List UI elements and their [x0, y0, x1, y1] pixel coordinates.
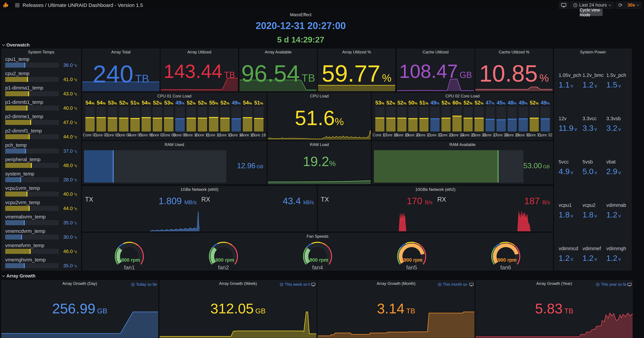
panel-stat-cache-utilized: Cache Utilized108.47GB [397, 49, 474, 91]
temp-bar-fill [5, 120, 31, 125]
panel-title[interactable]: Cache Utilized % [476, 49, 552, 56]
power-stat-label: 12v [559, 116, 582, 121]
temp-value: 37.0 °c [63, 148, 77, 154]
grafana-dashboard: Releases / Ultimate UNRAID Dashboard - V… [0, 0, 644, 338]
temp-bar [5, 148, 59, 153]
power-stat-value: 1.2v [606, 253, 630, 263]
core-gauge: 52%Core 10 [186, 100, 197, 137]
core-bar [164, 107, 174, 131]
panel-system-temps: System Temps cpu1_temp36.0 °ccpu2_temp41… [1, 49, 81, 271]
core-load-value: 45% [497, 100, 506, 107]
panel-title[interactable]: Array Available [240, 49, 317, 56]
core-load-value: 55% [209, 100, 218, 107]
temp-value: 44.0 °c [63, 134, 77, 140]
core-bar-fill [420, 118, 429, 131]
power-stat: 5vcc4.9v [559, 159, 582, 203]
refresh-button[interactable]: ⟳ [616, 2, 625, 9]
panel-title[interactable]: CPU 01 Core Load [82, 93, 266, 99]
tx-label: TX [321, 196, 329, 203]
core-bar [474, 107, 484, 131]
panel-title[interactable]: 1GBe Network (eth0) [82, 186, 316, 193]
core-bar [175, 107, 185, 131]
power-stat-label: 1.5v_pch [606, 73, 630, 78]
core-bar-fill [142, 117, 151, 131]
core-bar-fill [96, 117, 106, 131]
fan-label: fan1 [124, 264, 135, 271]
temp-bar-fill [5, 163, 32, 168]
row-title: Overwatch [6, 43, 30, 48]
power-stat-label: vdimmcd [559, 246, 582, 251]
panel-title[interactable]: RAM Available [372, 141, 553, 148]
temp-row: vcpu1vrm_temp40.0 °c [5, 185, 77, 200]
panel-title[interactable]: Array Total [82, 49, 160, 56]
server-datetime: 2020-12-31 20:27:00 [216, 20, 385, 31]
power-stat-label: vdimmef [582, 246, 606, 251]
temp-row: peripheral_temp48.0 °c [5, 156, 77, 171]
panel-title[interactable]: 10GBe Network (eth2) [318, 186, 553, 193]
core-bar [254, 107, 264, 131]
core-bar-fill [442, 118, 451, 131]
clock-icon [131, 283, 135, 286]
core-bar-fill [198, 118, 207, 131]
panel-title[interactable]: System Temps [2, 49, 81, 56]
cycle-view-button[interactable] [559, 2, 568, 9]
fan-gauge-fan4: 1800 rpmfan4 [270, 240, 365, 271]
panel-title[interactable]: CPU Load [268, 93, 371, 99]
temp-label: vmemabvrm_temp [5, 214, 46, 220]
temp-bar-fill [5, 63, 25, 68]
core-load-value: 52% [442, 100, 450, 107]
panel-title[interactable]: RAM Load [268, 141, 371, 148]
panel-stat-array-utilized: Array Utilized143.44TB [160, 49, 238, 91]
core-load-value: 52% [530, 100, 538, 107]
power-stat: 1.5v_pch1.5v [606, 73, 630, 116]
row-array-growth[interactable]: Array Growth [2, 273, 36, 279]
tx-label: TX [85, 196, 93, 203]
temp-bar [5, 220, 59, 225]
grafana-logo[interactable] [3, 2, 10, 9]
core-bar-fill [186, 118, 196, 131]
panel-title[interactable]: RAM Used [82, 141, 266, 148]
refresh-interval-button[interactable]: 30s [625, 2, 642, 9]
core-gauge: 55%Core 12 [208, 100, 220, 137]
rx-value: 43.4 kB/s [283, 196, 314, 206]
dashboards-icon[interactable] [15, 3, 20, 8]
power-stat-value: 1.8v [582, 210, 606, 219]
core-load-value: 47% [486, 100, 494, 107]
panel-title[interactable]: Fan Speeds [82, 233, 553, 240]
stat-value: 10.85% [476, 61, 552, 86]
temp-value: 40.0 °c [63, 192, 77, 197]
temp-label: cpu2_temp [5, 71, 30, 76]
panel-title[interactable]: Array Utilized [161, 49, 238, 56]
clock-icon [596, 283, 600, 286]
growth-value: 312.05GB [160, 301, 316, 315]
temp-bar [5, 163, 59, 168]
time-shift-badge[interactable]: This year so far [596, 282, 632, 287]
ram-used-bar [84, 150, 226, 183]
panel-ram-available: RAM Available 53.00GB [372, 141, 553, 184]
core-gauge: 52%Core 26 [474, 100, 485, 137]
power-stat: vdimmgh1.2v [606, 246, 630, 271]
temp-label: vmemghvrm_temp [5, 257, 46, 263]
panel-cpu-load: CPU Load 51.6% [268, 93, 371, 140]
time-shift-badge[interactable]: Today so far [131, 282, 157, 287]
core-bar [232, 107, 241, 131]
panel-title[interactable]: CPU 02 Core Load [372, 93, 553, 99]
temp-bar [5, 235, 59, 240]
panel-server-clock: MassEffect 2020-12-31 20:27:00 5 d 14:29… [216, 12, 385, 44]
power-stat-label: vcpu2 [582, 203, 606, 208]
core-load-value: 52% [153, 100, 162, 107]
clock-icon [573, 3, 578, 8]
temp-value: 35.0 °c [63, 220, 77, 226]
time-shift-label: This year so far [601, 282, 626, 287]
core-bar-fill [209, 117, 218, 131]
panel-cpu01-core-load: CPU 01 Core Load 54%Core 0154%Core 0253%… [82, 93, 266, 140]
time-shift-badge[interactable]: This week so far [280, 282, 315, 287]
panel-title[interactable]: System Power [554, 49, 632, 56]
panel-title[interactable]: Cache Utilized [397, 49, 474, 56]
panel-title[interactable]: Array Utilized % [318, 49, 395, 56]
row-overwatch[interactable]: Overwatch [2, 43, 30, 48]
temp-bar [5, 77, 59, 82]
time-shift-badge[interactable]: This month so far [438, 282, 474, 287]
rx-label: RX [437, 196, 446, 203]
breadcrumb[interactable]: Releases / Ultimate UNRAID Dashboard - V… [22, 2, 143, 8]
